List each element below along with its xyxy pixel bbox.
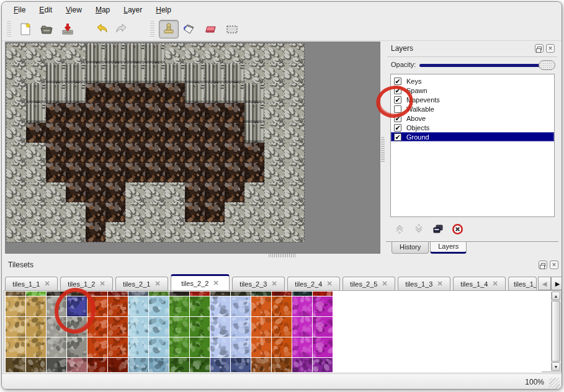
tab-label: tiles_1_1 xyxy=(12,280,40,288)
scroll-up-button[interactable]: ▲ xyxy=(552,292,560,300)
save-map-button[interactable] xyxy=(58,20,78,38)
layer-label: Objects xyxy=(406,124,429,131)
move-up-icon xyxy=(394,223,405,234)
layer-checkbox-walkable[interactable] xyxy=(394,105,401,113)
splitter-grip[interactable] xyxy=(381,137,385,163)
layer-row-keys[interactable]: ✔Keys xyxy=(391,76,554,86)
float-panel-button[interactable] xyxy=(539,261,547,269)
move-layer-up-button[interactable] xyxy=(394,223,405,237)
tileset-tab-tiles_2_1[interactable]: tiles_2_1✕ xyxy=(115,277,168,290)
duplicate-icon xyxy=(432,223,444,234)
opacity-slider[interactable] xyxy=(419,59,555,71)
tileset-tab-bar: tiles_1_1✕tiles_1_2✕tiles_2_1✕tiles_2_2✕… xyxy=(3,274,562,290)
tab-close-icon[interactable]: ✕ xyxy=(44,280,50,288)
float-panel-button[interactable] xyxy=(535,44,544,53)
undo-button[interactable] xyxy=(91,20,111,38)
toolbar xyxy=(2,18,562,41)
resize-grip[interactable] xyxy=(549,378,560,388)
layer-row-objects[interactable]: ✔Objects xyxy=(391,123,554,132)
layer-label: Walkable xyxy=(406,105,434,113)
layer-checkbox-spawn[interactable]: ✔ xyxy=(394,87,401,94)
tileset-tab-tiles_1_3[interactable]: tiles_1_3✕ xyxy=(398,277,450,290)
eraser-icon xyxy=(203,22,219,37)
move-layer-down-button[interactable] xyxy=(413,223,424,237)
tileset-tab-tiles_2_5[interactable]: tiles_2_5✕ xyxy=(342,277,395,290)
layer-row-mapevents[interactable]: ✔Mapevents xyxy=(391,95,554,104)
menu-help[interactable]: Help xyxy=(149,4,178,16)
close-icon: ✕ xyxy=(552,262,557,268)
map-viewport xyxy=(5,42,380,254)
float-icon xyxy=(537,47,542,50)
menu-layer[interactable]: Layer xyxy=(117,4,149,16)
tab-scroll-right-button[interactable]: ▶ xyxy=(551,277,562,290)
tab-scroll-left-button[interactable]: ◀ xyxy=(538,277,551,290)
rect-select-tool-button[interactable] xyxy=(222,20,242,38)
tab-close-icon[interactable]: ✕ xyxy=(437,280,442,288)
layer-row-ground[interactable]: ✔Ground xyxy=(391,132,554,141)
close-panel-button[interactable]: ✕ xyxy=(546,44,555,53)
opacity-slider-track[interactable] xyxy=(419,64,554,67)
tileset-tab-tiles_1_2[interactable]: tiles_1_2✕ xyxy=(60,277,113,290)
tab-label: tiles_1_ xyxy=(514,280,537,288)
tab-close-icon[interactable]: ✕ xyxy=(99,280,105,288)
scrollbar-thumb[interactable] xyxy=(552,301,560,362)
tab-close-icon[interactable]: ✕ xyxy=(382,280,387,288)
menu-file[interactable]: File xyxy=(7,4,32,16)
layer-checkbox-above[interactable]: ✔ xyxy=(394,115,401,122)
open-map-button[interactable] xyxy=(37,20,56,38)
splitter-grip[interactable] xyxy=(269,254,296,257)
menu-map[interactable]: Map xyxy=(89,4,117,16)
open-folder-icon xyxy=(39,22,54,37)
layer-label: Keys xyxy=(406,78,421,85)
dock-tabs: History Layers xyxy=(386,241,558,254)
delete-layer-button[interactable] xyxy=(452,223,463,238)
layer-label: Mapevents xyxy=(406,96,440,104)
layers-panel-titlebar: Layers ✕ xyxy=(386,42,558,55)
layer-checkbox-mapevents[interactable]: ✔ xyxy=(394,96,401,104)
tileset-tab-tiles_1_4[interactable]: tiles_1_4✕ xyxy=(453,277,506,290)
float-icon xyxy=(541,263,545,267)
layer-row-above[interactable]: ✔Above xyxy=(391,114,554,123)
scroll-down-button[interactable]: ▼ xyxy=(552,362,560,371)
toolbar-drag-handle-2[interactable] xyxy=(150,21,154,37)
layer-row-spawn[interactable]: ✔Spawn xyxy=(391,86,554,95)
tileset-palette-canvas[interactable] xyxy=(4,291,542,372)
app-window: FileEditViewMapLayerHelp xyxy=(1,1,562,390)
fill-tool-button[interactable] xyxy=(180,20,200,38)
tileset-tab-tiles_2_4[interactable]: tiles_2_4✕ xyxy=(287,277,340,290)
layer-checkbox-objects[interactable]: ✔ xyxy=(394,124,401,131)
tileset-tab-tiles_2_2[interactable]: tiles_2_2✕ xyxy=(171,274,230,290)
menu-view[interactable]: View xyxy=(59,4,89,16)
tileset-tab-tiles_1_[interactable]: tiles_1_ xyxy=(508,277,537,290)
tab-history[interactable]: History xyxy=(392,242,429,254)
tilesets-panel-title: Tilesets xyxy=(3,261,34,269)
vertical-splitter[interactable] xyxy=(380,41,386,254)
desktop: FileEditViewMapLayerHelp xyxy=(0,0,564,392)
tab-close-icon[interactable]: ✕ xyxy=(213,279,218,287)
new-map-button[interactable] xyxy=(16,20,35,38)
redo-icon xyxy=(114,22,130,37)
tab-label: tiles_1_4 xyxy=(460,280,488,288)
menu-edit[interactable]: Edit xyxy=(32,4,59,16)
tab-close-icon[interactable]: ✕ xyxy=(154,280,160,288)
tab-layers[interactable]: Layers xyxy=(430,242,467,254)
tab-close-icon[interactable]: ✕ xyxy=(271,280,277,288)
tab-close-icon[interactable]: ✕ xyxy=(326,280,332,288)
duplicate-layer-button[interactable] xyxy=(432,223,444,237)
opacity-slider-handle[interactable] xyxy=(539,60,555,70)
tab-close-icon[interactable]: ✕ xyxy=(492,280,498,288)
toolbar-drag-handle[interactable] xyxy=(7,21,11,37)
layer-checkbox-keys[interactable]: ✔ xyxy=(394,78,401,85)
tileset-scrollbar[interactable]: ▲ ▼ xyxy=(551,292,560,371)
eraser-tool-button[interactable] xyxy=(201,20,221,38)
stamp-tool-button[interactable] xyxy=(159,20,179,38)
tab-label: tiles_1_3 xyxy=(405,280,432,288)
layer-row-walkable[interactable]: Walkable xyxy=(391,104,554,114)
close-icon: ✕ xyxy=(548,45,553,51)
tileset-tab-tiles_2_3[interactable]: tiles_2_3✕ xyxy=(232,277,285,290)
layer-checkbox-ground[interactable]: ✔ xyxy=(394,133,401,141)
map-canvas[interactable] xyxy=(6,42,380,253)
tileset-tab-tiles_1_1[interactable]: tiles_1_1✕ xyxy=(5,277,58,290)
close-panel-button[interactable]: ✕ xyxy=(550,261,558,269)
redo-button[interactable] xyxy=(112,20,132,38)
